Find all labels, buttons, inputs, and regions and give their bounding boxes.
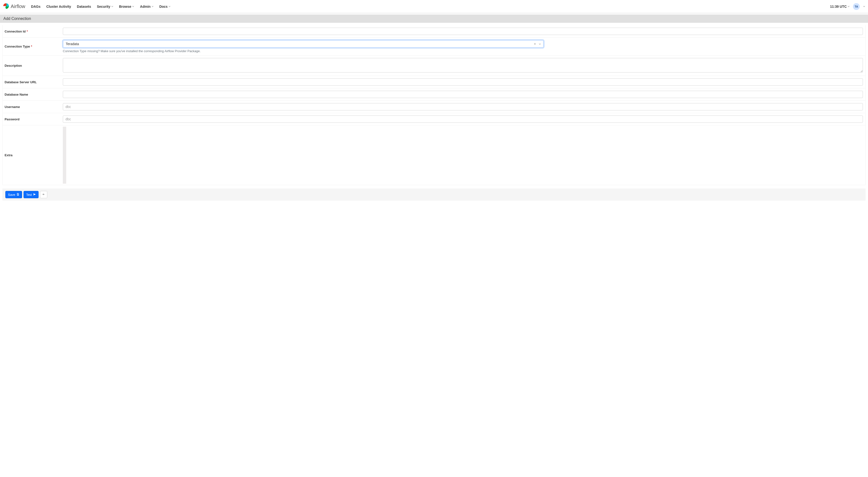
nav-label: Admin xyxy=(140,5,151,8)
avatar-initials: TA xyxy=(855,5,858,8)
database-name-input[interactable] xyxy=(63,91,863,98)
label-text: Description xyxy=(5,64,22,67)
nav-label: Cluster Activity xyxy=(46,5,71,8)
control-extra xyxy=(63,125,865,185)
label-password: Password xyxy=(3,113,63,125)
connection-id-input[interactable] xyxy=(63,28,863,35)
top-navbar: Airflow DAGs Cluster Activity Datasets S… xyxy=(0,0,868,13)
nav-label: Browse xyxy=(119,5,131,8)
form: Connection Id * Connection Type * Terada… xyxy=(0,23,868,185)
footer-actions: Save Test xyxy=(2,188,866,201)
airflow-logo-icon xyxy=(3,3,9,10)
save-button-label: Save xyxy=(8,193,15,197)
nav-datasets[interactable]: Datasets xyxy=(77,5,91,8)
row-extra: Extra xyxy=(3,125,865,185)
label-extra: Extra xyxy=(3,125,63,185)
select-value: Teradata xyxy=(66,42,533,46)
svg-rect-0 xyxy=(18,195,19,195)
test-button[interactable]: Test xyxy=(24,191,39,198)
nav-label: Security xyxy=(97,5,110,8)
label-connection-type: Connection Type * xyxy=(3,38,63,55)
paper-plane-icon xyxy=(33,193,36,197)
nav-cluster-activity[interactable]: Cluster Activity xyxy=(46,5,71,8)
extra-editor xyxy=(63,127,863,184)
connection-type-select-ring: Teradata × xyxy=(63,40,544,48)
chevron-down-icon[interactable] xyxy=(538,43,542,44)
connection-type-help: Connection Type missing? Make sure you'v… xyxy=(63,49,863,53)
nav-label: DAGs xyxy=(31,5,40,8)
nav-right: 11:39 UTC TA xyxy=(830,3,865,10)
nav-browse[interactable]: Browse xyxy=(119,5,134,8)
row-connection-id: Connection Id * xyxy=(3,25,865,37)
label-server-url: Database Server URL xyxy=(3,76,63,88)
brand[interactable]: Airflow xyxy=(3,3,25,10)
server-url-input[interactable] xyxy=(63,78,863,86)
nav-docs[interactable]: Docs xyxy=(159,5,170,8)
row-connection-type: Connection Type * Teradata × Connection … xyxy=(3,37,865,55)
label-text: Password xyxy=(5,117,20,121)
chevron-down-icon xyxy=(111,6,113,7)
back-button[interactable] xyxy=(40,191,47,198)
arrow-left-icon xyxy=(42,193,45,197)
user-avatar[interactable]: TA xyxy=(853,3,860,10)
chevron-down-icon xyxy=(152,6,154,7)
label-text: Connection Type xyxy=(5,44,30,48)
nav-dags[interactable]: DAGs xyxy=(31,5,40,8)
save-button[interactable]: Save xyxy=(5,191,22,198)
control-connection-type: Teradata × Connection Type missing? Make… xyxy=(63,38,865,55)
description-textarea[interactable] xyxy=(63,58,863,72)
save-icon xyxy=(17,193,20,197)
nav-security[interactable]: Security xyxy=(97,5,113,8)
brand-name: Airflow xyxy=(11,4,25,9)
control-connection-id xyxy=(63,25,865,37)
password-input[interactable] xyxy=(63,116,863,123)
chevron-down-icon[interactable] xyxy=(863,6,865,7)
username-input[interactable] xyxy=(63,103,863,110)
extra-editor-gutter xyxy=(63,127,66,184)
control-username xyxy=(63,101,865,113)
row-password: Password xyxy=(3,113,865,125)
page-title-bar: Add Connection xyxy=(0,14,868,23)
control-server-url xyxy=(63,76,865,88)
control-description xyxy=(63,56,865,76)
control-database-name xyxy=(63,88,865,100)
page-title: Add Connection xyxy=(3,17,31,21)
connection-type-select[interactable]: Teradata × xyxy=(63,40,544,48)
label-text: Username xyxy=(5,105,20,109)
form-inner: Connection Id * Connection Type * Terada… xyxy=(2,25,866,185)
clock[interactable]: 11:39 UTC xyxy=(830,5,849,8)
nav-label: Docs xyxy=(159,5,167,8)
nav-items: DAGs Cluster Activity Datasets Security … xyxy=(31,5,170,8)
label-database-name: Database Name xyxy=(3,88,63,100)
required-mark: * xyxy=(27,30,28,33)
clock-label: 11:39 UTC xyxy=(830,5,847,8)
extra-textarea[interactable] xyxy=(66,127,863,184)
test-button-label: Test xyxy=(26,193,32,197)
row-username: Username xyxy=(3,100,865,113)
required-mark: * xyxy=(31,44,32,48)
control-password xyxy=(63,113,865,125)
row-database-name: Database Name xyxy=(3,88,865,100)
chevron-down-icon xyxy=(848,6,849,7)
label-username: Username xyxy=(3,101,63,113)
chevron-down-icon xyxy=(132,6,134,7)
nav-label: Datasets xyxy=(77,5,91,8)
label-text: Connection Id xyxy=(5,30,26,33)
label-text: Extra xyxy=(5,153,12,157)
clear-icon[interactable]: × xyxy=(533,42,537,46)
chevron-down-icon xyxy=(168,6,170,7)
label-text: Database Server URL xyxy=(5,80,37,84)
label-connection-id: Connection Id * xyxy=(3,25,63,37)
nav-admin[interactable]: Admin xyxy=(140,5,154,8)
label-text: Database Name xyxy=(5,93,28,96)
row-server-url: Database Server URL xyxy=(3,76,865,88)
label-description: Description xyxy=(3,56,63,76)
row-description: Description xyxy=(3,55,865,76)
